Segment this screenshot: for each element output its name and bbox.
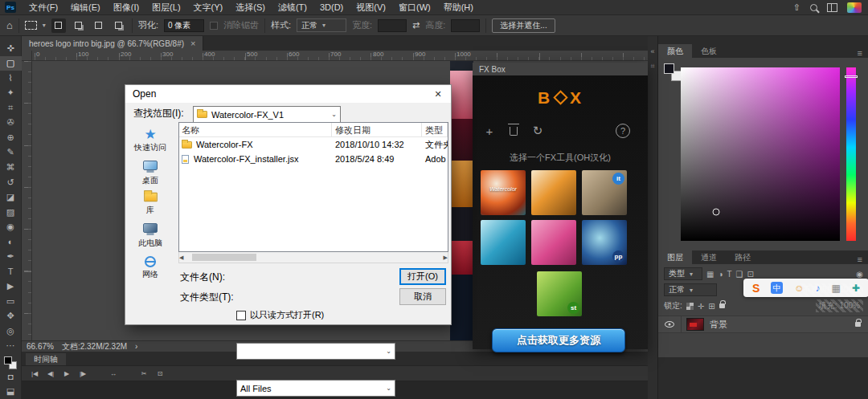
select-and-mask-button[interactable]: 选择并遮住...	[492, 18, 555, 33]
file-row-watercolor-fx[interactable]: Watercolor-FX 2018/10/10 14:32 文件夹	[179, 137, 448, 152]
ime-language-icon[interactable]: 中	[771, 282, 783, 294]
lock-all-icon[interactable]	[719, 303, 725, 308]
transition-button[interactable]: ⊡	[154, 368, 166, 380]
tool-eyedropper[interactable]: ✇	[0, 116, 22, 131]
share-icon[interactable]: ⇧	[793, 2, 800, 13]
home-icon[interactable]: ⌂	[6, 19, 13, 31]
menu-item-file[interactable]: 文件(F)	[23, 0, 64, 15]
sidebar-item-libraries[interactable]: 库	[125, 193, 175, 216]
tool-path-selection[interactable]: ▶	[0, 279, 22, 295]
layer-thumbnail[interactable]	[686, 318, 704, 331]
tool-clone-stamp[interactable]: ⌘	[0, 160, 22, 175]
color-panel-swatches[interactable]	[664, 63, 682, 81]
menu-item-image[interactable]: 图像(I)	[107, 0, 145, 15]
sidebar-item-network[interactable]: 网络	[125, 256, 175, 280]
active-tool-icon[interactable]	[25, 21, 37, 30]
combo-dropdown-icon[interactable]: ⌄	[331, 111, 337, 118]
tool-preset-dropdown-icon[interactable]: ▾	[43, 22, 46, 29]
zoom-level[interactable]: 66.67%	[27, 342, 54, 351]
layer-row-background[interactable]: 背景	[658, 316, 868, 333]
layers-panel-menu-icon[interactable]: ≡	[858, 254, 868, 264]
document-tab[interactable]: heroes logo intro big.jpg @ 66.7%(RGB/8#…	[22, 36, 203, 51]
collapse-panels-icon[interactable]: «	[650, 47, 654, 55]
tool-hand[interactable]: ✥	[0, 309, 22, 324]
tool-pen[interactable]: ✒	[0, 249, 22, 264]
fx-tool-watercolor[interactable]: Watercolor	[481, 170, 526, 215]
menu-item-help[interactable]: 帮助(H)	[437, 0, 480, 15]
tool-lasso[interactable]: ⌇	[0, 71, 22, 86]
tool-quick-selection[interactable]: ✦	[0, 86, 22, 101]
sidebar-item-quick-access[interactable]: ★ 快速访问	[125, 128, 175, 153]
tool-shape[interactable]: ▭	[0, 294, 22, 309]
tool-spot-healing[interactable]: ⊕	[0, 130, 22, 145]
tab-channels[interactable]: 通道	[692, 250, 726, 264]
tool-blur[interactable]: ◉	[0, 219, 22, 234]
ime-logo-icon[interactable]: S	[752, 282, 760, 295]
status-chevron-icon[interactable]: ›	[135, 342, 137, 351]
menu-item-3d[interactable]: 3D(D)	[313, 0, 350, 15]
selection-mode-subtract[interactable]	[92, 18, 106, 33]
filter-type-layers-icon[interactable]: T	[727, 270, 732, 279]
feather-input[interactable]: 0 像素	[164, 19, 204, 32]
color-field-marker[interactable]	[713, 209, 720, 216]
menu-item-window[interactable]: 窗口(W)	[392, 0, 437, 15]
fx-tool-wolf-art[interactable]	[531, 170, 576, 215]
tab-layers[interactable]: 图层	[658, 250, 692, 264]
open-button[interactable]: 打开(O)	[399, 268, 446, 285]
tab-paths[interactable]: 路径	[726, 250, 760, 264]
file-row-installer-jsx[interactable]: Watercolor-FX_installer.jsx 2018/5/24 8:…	[179, 152, 448, 166]
previous-frame-button[interactable]: ◀|	[44, 368, 57, 380]
panel-grip-icon[interactable]: ⌗	[650, 62, 654, 71]
filter-shape-layers-icon[interactable]: ❑	[736, 270, 743, 279]
height-input[interactable]	[451, 19, 480, 32]
menu-item-edit[interactable]: 编辑(E)	[64, 0, 107, 15]
filename-input[interactable]: ⌄	[236, 343, 395, 360]
foreground-background-swatches[interactable]	[4, 356, 17, 369]
menu-item-view[interactable]: 视图(V)	[350, 0, 392, 15]
swap-dimensions-icon[interactable]: ⇄	[412, 20, 420, 31]
hue-slider-marker[interactable]	[845, 75, 858, 78]
tool-rectangular-marquee[interactable]: ▢	[0, 56, 22, 71]
ime-emoji-icon[interactable]: ☺	[794, 283, 804, 294]
tool-zoom[interactable]: ◎	[0, 324, 22, 339]
fx-tool-blue-paint[interactable]	[481, 220, 526, 265]
style-select[interactable]: 正常▾	[297, 18, 346, 32]
tool-brush[interactable]: ✎	[0, 145, 22, 161]
scroll-left-icon[interactable]: ◀	[179, 254, 183, 261]
selection-mode-intersect[interactable]	[112, 18, 126, 33]
tab-timeline[interactable]: 时间轴	[26, 353, 66, 365]
fx-tool-pp-effect[interactable]: pp	[582, 220, 627, 265]
tool-move[interactable]: ✜	[0, 41, 22, 56]
look-in-combo[interactable]: Watercolor-FX_V1 ⌄	[193, 106, 341, 123]
close-tab-icon[interactable]: ×	[190, 39, 195, 48]
menu-item-select[interactable]: 选择(S)	[229, 0, 272, 15]
fx-tool-pink-portrait[interactable]	[531, 220, 576, 265]
cancel-button[interactable]: 取消	[399, 288, 446, 305]
selection-mode-add[interactable]	[72, 18, 86, 33]
horizontal-ruler[interactable]: 0 100 200 300 400 500 600 700 800 900 10…	[32, 51, 657, 61]
filter-smart-objects-icon[interactable]: ⊡	[747, 270, 754, 279]
scrollbar-thumb[interactable]	[192, 254, 256, 261]
layer-filter-type-select[interactable]: 类型▾	[664, 267, 702, 280]
filter-pixel-layers-icon[interactable]: ▦	[706, 270, 714, 279]
tool-gradient[interactable]: ▨	[0, 205, 22, 220]
tool-history-brush[interactable]: ↺	[0, 175, 22, 190]
fill-control[interactable]: 填充: 100%	[816, 299, 863, 312]
quick-mask-icon[interactable]: ◘	[0, 369, 22, 385]
search-icon[interactable]	[810, 4, 817, 11]
dialog-close-button[interactable]: ✕	[425, 85, 451, 103]
file-list-scrollbar[interactable]: ◀ ▶	[178, 252, 448, 263]
tool-dodge[interactable]: ◐	[0, 234, 22, 250]
fx-refresh-button[interactable]: ↻	[529, 122, 547, 140]
lock-artboard-icon[interactable]: ⊞	[708, 302, 714, 311]
vertical-ruler[interactable]	[22, 61, 32, 340]
filter-toggle-icon[interactable]: ◉	[856, 270, 863, 279]
sidebar-item-desktop[interactable]: 桌面	[125, 161, 175, 186]
fx-box-header[interactable]: FX Box	[473, 63, 648, 75]
menu-item-layer[interactable]: 图层(L)	[145, 0, 186, 15]
go-to-first-frame-button[interactable]: |◀	[28, 368, 41, 380]
tool-crop[interactable]: ⌗	[0, 100, 22, 116]
fx-tool-architecture[interactable]: it	[582, 170, 627, 215]
saturation-brightness-field[interactable]	[681, 67, 840, 241]
ime-keyboard-icon[interactable]: ▦	[832, 283, 841, 294]
